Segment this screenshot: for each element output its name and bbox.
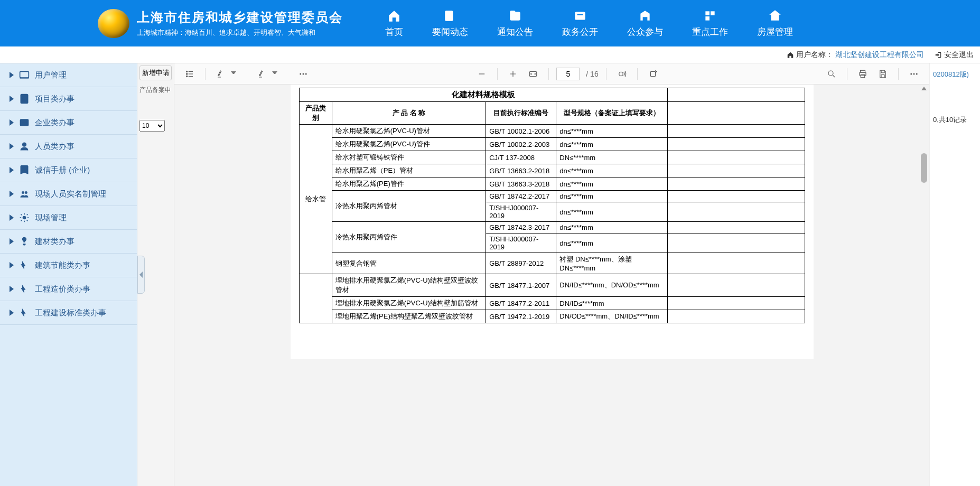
pdf-toolbar: / 16 — [174, 63, 929, 85]
svg-rect-5 — [20, 71, 29, 78]
sidebar-collapse-handle[interactable] — [137, 256, 145, 294]
print-icon[interactable] — [855, 66, 871, 82]
sidebar-item-material[interactable]: 建材类办事 — [0, 230, 137, 254]
zoom-in-icon[interactable] — [505, 66, 521, 82]
sidebar-label: 建筑节能类办事 — [35, 260, 90, 270]
overflow-icon[interactable] — [906, 66, 922, 82]
sidebar-label: 现场管理 — [35, 213, 67, 223]
nav-news-label: 要闻动态 — [432, 26, 468, 38]
separator — [898, 68, 899, 80]
svg-point-28 — [913, 73, 915, 74]
svg-rect-2 — [705, 11, 710, 15]
highlight-alt-icon[interactable] — [254, 66, 270, 82]
svg-point-23 — [828, 71, 833, 76]
record-count: 0,共10记录 — [932, 113, 978, 127]
nav-home[interactable]: 首页 — [385, 9, 403, 38]
sidebar-label: 诚信手册 (企业) — [35, 165, 90, 175]
svg-point-29 — [916, 73, 918, 74]
user-name-link[interactable]: 湖北坚创建设工程有限公司 — [835, 50, 924, 60]
svg-point-10 — [23, 143, 26, 146]
home-icon — [787, 51, 794, 59]
highlight-icon[interactable] — [213, 66, 229, 82]
sidebar-item-site[interactable]: 现场管理 — [0, 206, 137, 230]
sidebar-item-realname[interactable]: 现场人员实名制管理 — [0, 182, 137, 206]
page-input[interactable] — [556, 68, 580, 80]
svg-rect-0 — [575, 12, 585, 20]
toc-icon[interactable] — [182, 66, 198, 82]
svg-point-15 — [186, 73, 188, 74]
nav-public[interactable]: 公众参与 — [627, 9, 663, 38]
sidebar-label: 建材类办事 — [35, 237, 74, 247]
spec-table: 化建材料规格模板产品类别产 品 名 称目前执行标准编号型号规格（备案证上填写要求… — [299, 88, 805, 323]
separator — [205, 68, 206, 80]
nav-notice[interactable]: 通知公告 — [497, 9, 533, 38]
sidebar-item-enterprise[interactable]: 企业类办事 — [0, 111, 137, 135]
rotate-icon[interactable] — [645, 66, 661, 82]
svg-point-27 — [910, 73, 912, 74]
svg-rect-6 — [20, 78, 29, 79]
read-aloud-icon[interactable] — [614, 66, 630, 82]
svg-rect-1 — [577, 14, 583, 15]
svg-point-9 — [22, 121, 24, 123]
sidebar-item-user[interactable]: 用户管理 — [0, 63, 137, 87]
svg-rect-3 — [711, 11, 715, 15]
site-logo-icon — [98, 9, 129, 38]
zoom-out-icon[interactable] — [474, 66, 490, 82]
sidebar-item-cost[interactable]: 工程造价类办事 — [0, 277, 137, 301]
svg-rect-22 — [650, 71, 655, 76]
svg-rect-26 — [861, 74, 865, 77]
sidebar-label: 现场人员实名制管理 — [35, 189, 106, 199]
separator — [847, 68, 847, 80]
svg-point-12 — [25, 191, 27, 194]
site-header: 上海市住房和城乡建设管理委员会 上海城市精神：海纳百川、追求卓越、开明睿智、大气… — [0, 0, 980, 46]
pdf-page: 化建材料规格模板产品类别产 品 名 称目前执行标准编号型号规格（备案证上填写要求… — [291, 85, 814, 359]
nav-gov[interactable]: 政务公开 — [562, 9, 598, 38]
scroll-up-icon[interactable] — [920, 85, 928, 92]
save-icon[interactable] — [875, 66, 891, 82]
site-subtitle: 上海城市精神：海纳百川、追求卓越、开明睿智、大气谦和 — [137, 28, 343, 38]
sidebar-label: 用户管理 — [35, 70, 67, 80]
chevron-down-icon[interactable] — [231, 71, 236, 77]
new-apply-button[interactable]: 新增申请 — [139, 66, 172, 80]
sidebar-item-credit[interactable]: 诚信手册 (企业) — [0, 158, 137, 182]
sidebar-item-project[interactable]: 项目类办事 — [0, 87, 137, 111]
nav-news[interactable]: 要闻动态 — [432, 9, 468, 38]
svg-point-13 — [23, 217, 26, 219]
svg-point-21 — [619, 72, 623, 76]
svg-point-16 — [186, 76, 188, 77]
pdf-scrollbar[interactable] — [920, 85, 927, 486]
mid-label: 产品备案申 — [137, 82, 174, 98]
separator — [497, 68, 498, 80]
nav-house[interactable]: 房屋管理 — [757, 9, 793, 38]
svg-rect-4 — [705, 16, 710, 21]
search-icon[interactable] — [824, 66, 839, 82]
svg-point-17 — [300, 73, 301, 74]
separator — [637, 68, 638, 80]
pdf-body[interactable]: 化建材料规格模板产品类别产 品 名 称目前执行标准编号型号规格（备案证上填写要求… — [174, 85, 929, 486]
nav-keywork-label: 重点工作 — [692, 26, 728, 38]
sidebar-item-energy[interactable]: 建筑节能类办事 — [0, 254, 137, 277]
sidebar-item-standard[interactable]: 工程建设标准类办事 — [0, 301, 137, 325]
pdf-viewer: / 16 化建材料规格模板产品类别产 品 名 称目前执行标准编号型号规格（备案证… — [174, 63, 929, 486]
separator — [548, 68, 549, 80]
top-nav: 首页 要闻动态 通知公告 政务公开 公众参与 重点工作 房屋管理 — [385, 9, 793, 38]
svg-point-14 — [186, 71, 188, 72]
svg-point-18 — [303, 73, 304, 74]
scroll-thumb[interactable] — [921, 153, 927, 183]
pagesize-select[interactable]: 10 — [139, 120, 165, 132]
nav-keywork[interactable]: 重点工作 — [692, 9, 728, 38]
user-bar: 用户名称： 湖北坚创建设工程有限公司 安全退出 — [0, 46, 980, 63]
svg-point-11 — [22, 191, 24, 194]
sidebar-item-person[interactable]: 人员类办事 — [0, 135, 137, 158]
sidebar-label: 工程造价类办事 — [35, 284, 90, 294]
right-strip: 0200812版) 0,共10记录 — [929, 63, 980, 486]
sidebar-label: 人员类办事 — [35, 142, 74, 152]
right-link-version[interactable]: 0200812版) — [932, 68, 978, 81]
site-title: 上海市住房和城乡建设管理委员会 — [137, 9, 343, 26]
fit-width-icon[interactable] — [525, 66, 541, 82]
logo-block: 上海市住房和城乡建设管理委员会 上海城市精神：海纳百川、追求卓越、开明睿智、大气… — [98, 9, 343, 38]
logout-link[interactable]: 安全退出 — [944, 50, 974, 60]
more-icon[interactable] — [295, 66, 311, 82]
chevron-down-icon[interactable] — [272, 71, 277, 77]
sidebar-label: 项目类办事 — [35, 94, 74, 104]
